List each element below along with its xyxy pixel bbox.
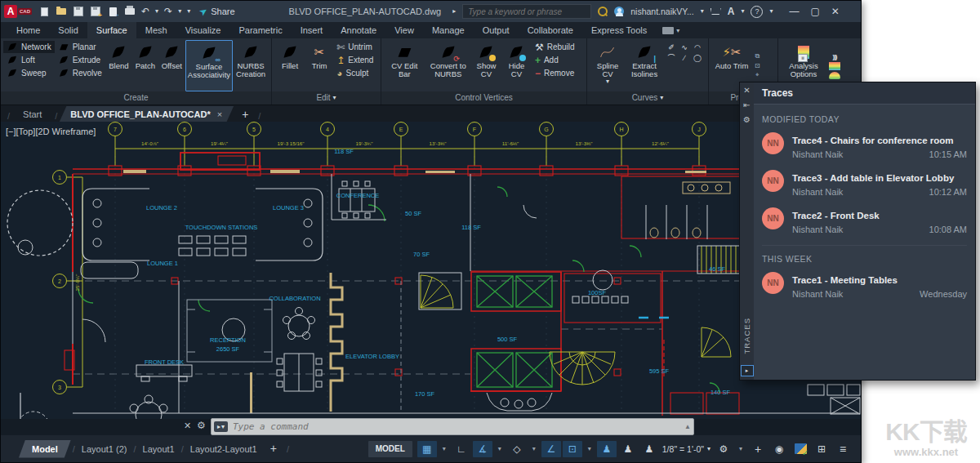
search-input[interactable] bbox=[466, 7, 566, 17]
viewport-controls[interactable]: [−][Top][2D Wireframe] bbox=[6, 127, 96, 136]
isodraft-button[interactable]: ◇ bbox=[507, 441, 527, 457]
close-button[interactable]: ✕ bbox=[831, 7, 840, 16]
undo-caret-icon[interactable]: ▾ bbox=[155, 8, 158, 15]
snap-caret-icon[interactable]: ▾ bbox=[439, 441, 450, 457]
tab-manage[interactable]: Manage bbox=[423, 22, 474, 38]
save-icon[interactable] bbox=[73, 6, 84, 17]
sweep-button[interactable]: Sweep bbox=[3, 67, 55, 79]
annotation-scale-button[interactable]: ♟ bbox=[639, 441, 659, 457]
curve-wave-icon[interactable]: ∿ bbox=[681, 43, 688, 51]
curve-line-icon[interactable]: ∕ bbox=[684, 54, 685, 62]
panel-control-vertices-label[interactable]: Control Vertices bbox=[381, 91, 586, 105]
export-icon[interactable] bbox=[107, 6, 118, 17]
open-folder-icon[interactable] bbox=[56, 6, 67, 17]
loft-button[interactable]: Loft bbox=[3, 54, 55, 66]
project-icon-3[interactable]: ⌖ bbox=[755, 71, 760, 79]
new-layout-button[interactable]: + bbox=[270, 442, 277, 455]
annotation-visibility-button[interactable]: ♟ bbox=[597, 441, 617, 457]
sculpt-button[interactable]: ◕Sculpt bbox=[333, 67, 378, 79]
nurbs-creation-button[interactable]: NURBS Creation bbox=[233, 40, 269, 91]
graphics-performance-button[interactable] bbox=[791, 441, 810, 457]
tab-surface[interactable]: Surface bbox=[87, 22, 136, 38]
draft-analysis-icon[interactable] bbox=[829, 72, 840, 79]
curve-pen-icon[interactable]: ✐ bbox=[668, 43, 675, 51]
trace-item[interactable]: NNTrace1 - Meeting TablesNishant NaikWed… bbox=[762, 272, 967, 299]
palette-close-icon[interactable]: ✕ bbox=[743, 86, 750, 95]
user-avatar-icon[interactable] bbox=[614, 7, 624, 16]
tab-overflow-button[interactable]: ▾ bbox=[656, 22, 686, 38]
remove-cv-button[interactable]: −Remove bbox=[532, 67, 584, 79]
trace-toolbar-icon[interactable]: ▸ bbox=[741, 365, 754, 376]
model-space-button[interactable]: MODEL bbox=[368, 441, 412, 457]
spline-cv-button[interactable]: Spline CV▾ bbox=[590, 40, 626, 91]
maximize-button[interactable]: ▢ bbox=[810, 7, 819, 16]
commandline-customize-icon[interactable]: ⚙ bbox=[197, 420, 206, 431]
network-button[interactable]: Network bbox=[3, 41, 55, 53]
username[interactable]: nishant.naikVY... bbox=[630, 7, 693, 16]
commandline-close-icon[interactable]: ✕ bbox=[184, 421, 191, 431]
untrim-button[interactable]: ✄Untrim bbox=[333, 41, 378, 53]
layout-tab[interactable]: Layout1 bbox=[138, 444, 180, 454]
app-store-cart-icon[interactable] bbox=[710, 8, 721, 15]
tab-express-tools[interactable]: Express Tools bbox=[582, 22, 656, 38]
annotation-scale-value[interactable]: 1/8" = 1'-0"▾ bbox=[661, 441, 712, 457]
extrude-button[interactable]: Extrude bbox=[55, 54, 105, 66]
hide-cv-button[interactable]: Hide CV bbox=[501, 40, 532, 91]
curve-blend-icon[interactable]: ◠ bbox=[694, 43, 701, 51]
object-snap-tracking-button[interactable]: ∠ bbox=[541, 441, 561, 457]
curve-circle-icon[interactable]: ◯ bbox=[693, 54, 702, 62]
trim-button[interactable]: ✂Trim bbox=[305, 40, 333, 91]
extract-isolines-button[interactable]: |Extract Isolines bbox=[626, 40, 663, 91]
add-cv-button[interactable]: +Add bbox=[532, 54, 584, 66]
convert-to-nurbs-button[interactable]: ⟳Convert to NURBS bbox=[425, 40, 471, 91]
cv-edit-bar-button[interactable]: CV Edit Bar bbox=[384, 40, 425, 91]
isodraft-caret-icon[interactable]: ▾ bbox=[528, 441, 540, 457]
tab-mesh[interactable]: Mesh bbox=[136, 22, 176, 38]
tab-visualize[interactable]: Visualize bbox=[176, 22, 230, 38]
minimize-button[interactable]: — bbox=[789, 7, 799, 16]
redo-icon[interactable]: ↷ bbox=[164, 7, 172, 16]
app-logo-icon[interactable]: A CAD bbox=[4, 5, 32, 18]
polar-tracking-button[interactable]: ∡ bbox=[473, 441, 492, 457]
curve-arc-icon[interactable]: ⌒ bbox=[667, 52, 675, 63]
blend-button[interactable]: Blend bbox=[105, 40, 132, 91]
rebuild-button[interactable]: ⚒Rebuild bbox=[532, 41, 584, 53]
tab-home[interactable]: Home bbox=[7, 22, 49, 38]
tab-collaborate[interactable]: Collaborate bbox=[519, 22, 582, 38]
tab-output[interactable]: Output bbox=[474, 22, 519, 38]
search-icon[interactable] bbox=[598, 7, 608, 16]
gear-caret-icon[interactable]: ▾ bbox=[735, 441, 746, 457]
zebra-analysis-icon[interactable]: ))) bbox=[833, 53, 837, 60]
panel-edit-label[interactable]: Edit▾ bbox=[272, 91, 381, 105]
a-caret-icon[interactable]: ▾ bbox=[741, 8, 744, 15]
layout-tab[interactable]: Layout1 (2) bbox=[77, 444, 132, 454]
osnap-caret-icon[interactable]: ▾ bbox=[584, 441, 595, 457]
revolve-button[interactable]: Revolve bbox=[55, 67, 105, 79]
help-caret-icon[interactable]: ▾ bbox=[769, 8, 773, 15]
help-search-field[interactable] bbox=[462, 4, 591, 19]
share-button[interactable]: ➤ Share bbox=[199, 6, 234, 17]
offset-button[interactable]: Offset bbox=[158, 40, 185, 91]
recent-commands-icon[interactable]: ▸▾ bbox=[214, 421, 228, 432]
layout-tab[interactable]: Layout2-Layout1 bbox=[185, 444, 262, 454]
command-history-icon[interactable]: ▲ bbox=[684, 423, 691, 430]
grid-display-button[interactable]: ▦ bbox=[417, 441, 437, 457]
qat-customize-icon[interactable]: ▾ bbox=[187, 8, 190, 15]
patch-button[interactable]: Patch bbox=[132, 40, 158, 91]
new-file-icon[interactable] bbox=[38, 6, 50, 17]
trace-item[interactable]: NNTrace4 - Chairs for conference roomNis… bbox=[762, 132, 967, 159]
fillet-button[interactable]: Fillet bbox=[274, 40, 305, 91]
new-drawing-tab-button[interactable]: + bbox=[242, 108, 248, 121]
surface-associativity-button[interactable]: ∞Surface Associativity bbox=[185, 40, 233, 91]
undo-icon[interactable]: ↶ bbox=[141, 7, 149, 16]
customization-gear-button[interactable]: ⚙ bbox=[714, 441, 733, 457]
autodesk-a-icon[interactable]: A bbox=[728, 7, 735, 16]
save-as-icon[interactable] bbox=[90, 6, 101, 17]
planar-button[interactable]: Planar bbox=[55, 41, 105, 53]
project-icon-1[interactable]: ⧉ bbox=[755, 52, 760, 60]
help-icon[interactable]: ? bbox=[751, 6, 763, 18]
isolate-objects-button[interactable]: ◉ bbox=[769, 441, 789, 457]
ortho-button[interactable]: ∟ bbox=[452, 441, 471, 457]
tab-solid[interactable]: Solid bbox=[49, 22, 87, 38]
tab-insert[interactable]: Insert bbox=[292, 22, 332, 38]
